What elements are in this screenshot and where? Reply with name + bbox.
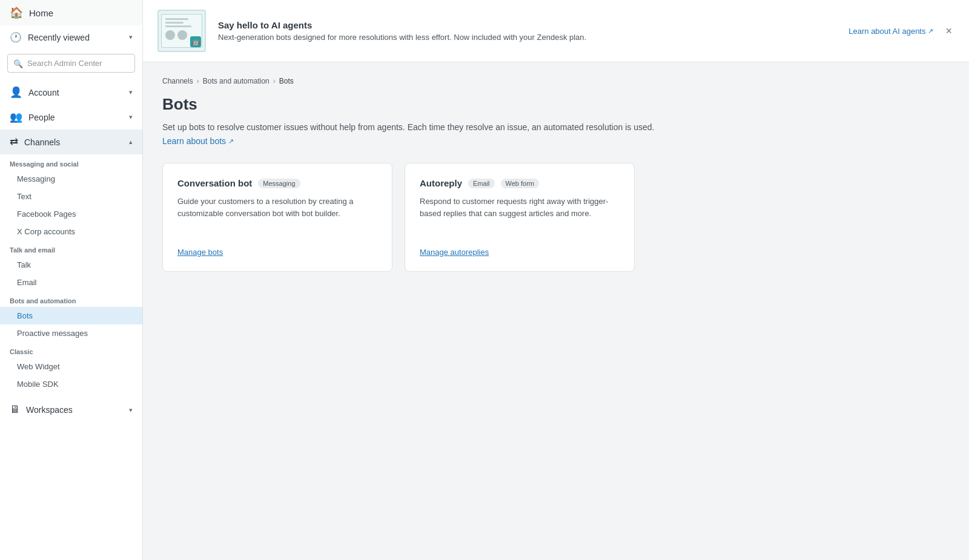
home-icon: 🏠 bbox=[10, 6, 23, 19]
sidebar-subitem-proactive-messages[interactable]: Proactive messages bbox=[0, 324, 142, 342]
account-label: Account bbox=[28, 88, 59, 97]
sidebar-item-channels[interactable]: ⇄ Channels ▴ bbox=[0, 130, 142, 154]
page-description: Set up bots to resolve customer issues w… bbox=[162, 121, 950, 134]
sidebar-item-people[interactable]: 👥 People ▾ bbox=[0, 105, 142, 130]
sidebar-subitem-web-widget[interactable]: Web Widget bbox=[0, 358, 142, 375]
banner-avatar bbox=[165, 30, 175, 40]
workspaces-icon: 🖥 bbox=[10, 404, 20, 416]
bots-automation-section-label: Bots and automation bbox=[0, 291, 142, 307]
breadcrumb-bots-automation[interactable]: Bots and automation bbox=[203, 77, 270, 85]
card-header-autoreply: Autoreply Email Web form bbox=[420, 178, 620, 188]
sidebar-item-workspaces[interactable]: 🖥 Workspaces ▾ bbox=[0, 398, 142, 422]
manage-bots-link[interactable]: Manage bots bbox=[177, 248, 377, 257]
main-content: 🤖 Say hello to AI agents Next-generation… bbox=[143, 0, 969, 560]
chevron-down-icon: ▾ bbox=[129, 406, 133, 414]
search-container: 🔍 bbox=[7, 54, 135, 73]
banner-text-container: Say hello to AI agents Next-generation b… bbox=[218, 20, 836, 42]
clock-icon: 🕐 bbox=[10, 31, 22, 43]
channels-icon: ⇄ bbox=[10, 136, 18, 148]
external-link-icon: ↗ bbox=[228, 137, 234, 145]
chevron-down-icon: ▾ bbox=[129, 33, 133, 41]
sidebar: 🏠 Home 🕐 Recently viewed ▾ 🔍 👤 Account ▾… bbox=[0, 0, 143, 560]
banner-avatar-2 bbox=[177, 30, 187, 40]
classic-section-label: Classic bbox=[0, 342, 142, 358]
banner-line-2 bbox=[165, 22, 184, 24]
breadcrumb-sep-1: › bbox=[197, 77, 199, 85]
card-badge-email: Email bbox=[468, 179, 495, 188]
breadcrumb-channels[interactable]: Channels bbox=[162, 77, 193, 85]
search-icon: 🔍 bbox=[13, 59, 23, 68]
chevron-down-icon: ▾ bbox=[129, 113, 133, 121]
sidebar-subitem-talk[interactable]: Talk bbox=[0, 256, 142, 274]
banner-line-3 bbox=[165, 25, 192, 27]
sidebar-subitem-bots[interactable]: Bots bbox=[0, 307, 142, 324]
sidebar-subitem-xcorp[interactable]: X Corp accounts bbox=[0, 223, 142, 240]
channels-submenu: Messaging and social Messaging Text Face… bbox=[0, 154, 142, 393]
search-input[interactable] bbox=[7, 54, 135, 73]
banner-illustration: 🤖 bbox=[157, 10, 206, 52]
sidebar-home-item[interactable]: 🏠 Home bbox=[0, 0, 142, 25]
people-icon: 👥 bbox=[10, 111, 22, 124]
messaging-social-section-label: Messaging and social bbox=[0, 154, 142, 170]
card-desc-autoreply: Respond to customer requests right away … bbox=[420, 196, 620, 219]
sidebar-subitem-messaging[interactable]: Messaging bbox=[0, 170, 142, 188]
sidebar-item-account[interactable]: 👤 Account ▾ bbox=[0, 80, 142, 105]
bot-cards-container: Conversation bot Messaging Guide your cu… bbox=[162, 163, 950, 272]
autoreply-card: Autoreply Email Web form Respond to cust… bbox=[405, 163, 635, 272]
workspaces-label: Workspaces bbox=[26, 405, 73, 415]
people-label: People bbox=[28, 113, 55, 122]
sidebar-home-label: Home bbox=[29, 8, 53, 18]
breadcrumb-sep-2: › bbox=[273, 77, 276, 85]
chevron-down-icon: ▾ bbox=[129, 88, 133, 96]
sidebar-subitem-email[interactable]: Email bbox=[0, 274, 142, 291]
manage-autoreplies-link[interactable]: Manage autoreplies bbox=[420, 248, 620, 257]
banner-title: Say hello to AI agents bbox=[218, 20, 836, 30]
talk-email-section-label: Talk and email bbox=[0, 240, 142, 256]
account-icon: 👤 bbox=[10, 86, 22, 99]
card-badge-messaging: Messaging bbox=[258, 179, 300, 188]
conversation-bot-card: Conversation bot Messaging Guide your cu… bbox=[162, 163, 392, 272]
chevron-up-icon: ▴ bbox=[129, 138, 133, 146]
card-title-autoreply: Autoreply bbox=[420, 178, 462, 188]
sidebar-recently-viewed-item[interactable]: 🕐 Recently viewed ▾ bbox=[0, 25, 142, 49]
learn-about-bots-link[interactable]: Learn about bots ↗ bbox=[162, 136, 234, 146]
recently-viewed-label: Recently viewed bbox=[28, 33, 90, 42]
breadcrumb: Channels › Bots and automation › Bots bbox=[162, 77, 950, 85]
channels-label: Channels bbox=[24, 137, 60, 147]
banner-description: Next-generation bots designed for more r… bbox=[218, 33, 836, 42]
learn-ai-agents-link[interactable]: Learn about AI agents ↗ bbox=[848, 27, 933, 36]
sidebar-subitem-facebook[interactable]: Facebook Pages bbox=[0, 205, 142, 223]
card-badge-webform: Web form bbox=[501, 179, 539, 188]
ai-agents-banner: 🤖 Say hello to AI agents Next-generation… bbox=[143, 0, 969, 62]
sidebar-subitem-text[interactable]: Text bbox=[0, 188, 142, 205]
page-title: Bots bbox=[162, 95, 950, 114]
card-title-conversation: Conversation bot bbox=[177, 178, 252, 188]
banner-line-1 bbox=[165, 18, 188, 20]
bot-icon: 🤖 bbox=[190, 36, 201, 47]
external-link-icon: ↗ bbox=[928, 27, 933, 35]
sidebar-subitem-mobile-sdk[interactable]: Mobile SDK bbox=[0, 375, 142, 393]
page-body: Channels › Bots and automation › Bots Bo… bbox=[143, 62, 969, 560]
banner-actions: Learn about AI agents ↗ × bbox=[848, 22, 954, 40]
card-desc-conversation: Guide your customers to a resolution by … bbox=[177, 196, 377, 219]
card-header-conversation: Conversation bot Messaging bbox=[177, 178, 377, 188]
banner-close-button[interactable]: × bbox=[943, 22, 954, 40]
breadcrumb-current: Bots bbox=[279, 77, 294, 85]
